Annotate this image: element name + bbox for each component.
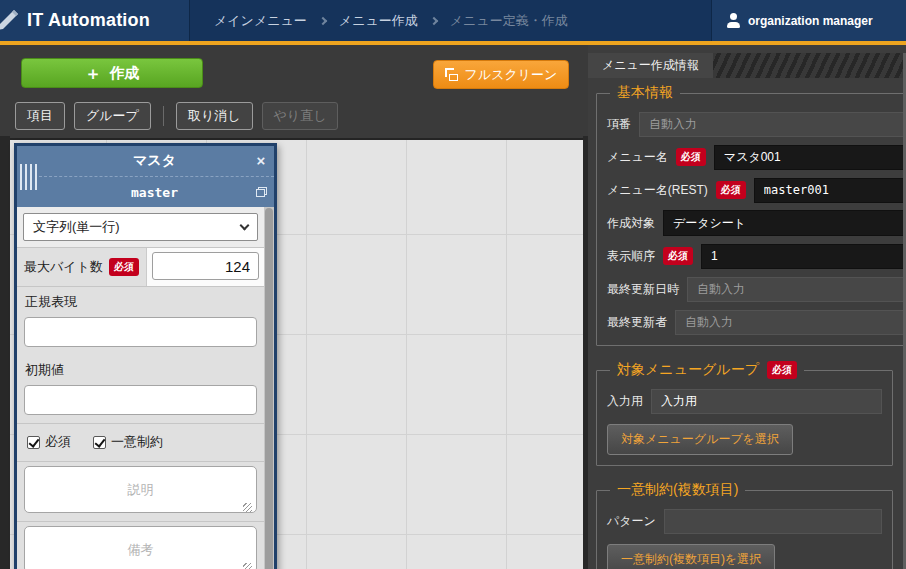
user-area: organization manager [828, 0, 906, 41]
app-window: IT Automation メインメニュー メニュー作成 メニュー定義・作成 o… [0, 0, 906, 569]
breadcrumb-main-menu[interactable]: メインメニュー [214, 12, 307, 30]
item-no-input [639, 112, 906, 137]
dialog-subtitle: master [39, 185, 248, 200]
popout-button[interactable] [248, 187, 274, 197]
header: IT Automation メインメニュー メニュー作成 メニュー定義・作成 o… [0, 0, 906, 45]
menu-name-rest-input[interactable] [754, 178, 906, 203]
default-value-input[interactable] [24, 385, 257, 415]
max-bytes-input[interactable] [152, 252, 259, 280]
logo[interactable]: IT Automation [0, 0, 190, 41]
create-button[interactable]: ＋ 作成 [21, 58, 203, 88]
unique-checkbox-label: 一意制約 [111, 433, 163, 451]
panel-tabbar: メニュー作成情報 [588, 53, 906, 78]
item-no-label: 項番 [607, 116, 631, 133]
last-updated-input [687, 277, 906, 302]
popout-icon [256, 187, 267, 197]
display-order-label: 表示順序 [607, 248, 655, 265]
canvas-left-gutter [0, 136, 10, 569]
panel-content: 基本情報 項番 メニュー名 必須 メニュー名(REST) 必須 作成対 [588, 78, 901, 569]
checkbox-checked-icon [93, 436, 106, 449]
unique-constraint-section: 一意制約(複数項目) パターン 一意制約(複数項目)を選択 [596, 481, 893, 569]
pencil-logo-icon [0, 7, 21, 35]
fullscreen-icon [445, 68, 458, 81]
input-use-label: 入力用 [607, 393, 643, 410]
note-textarea[interactable] [24, 526, 257, 569]
drag-handle[interactable] [17, 146, 39, 207]
breadcrumb-menu-create[interactable]: メニュー作成 [339, 12, 418, 30]
breadcrumb-separator-icon [319, 16, 327, 24]
create-target-label: 作成対象 [607, 215, 655, 232]
regex-label: 正規表現 [17, 287, 264, 315]
display-order-input[interactable] [701, 244, 906, 269]
basic-info-section: 基本情報 項番 メニュー名 必須 メニュー名(REST) 必須 作成対 [596, 84, 906, 346]
fullscreen-button-label: フルスクリーン [465, 66, 558, 84]
select-target-menu-group-button[interactable]: 対象メニューグループを選択 [607, 424, 793, 455]
tab-menu-create-info[interactable]: メニュー作成情報 [588, 53, 713, 78]
last-updater-label: 最終更新者 [607, 314, 667, 331]
workspace: ＋ 作成 フルスクリーン 項目 グループ 取り消し やり直し [0, 45, 588, 569]
breadcrumb-separator-icon [430, 16, 438, 24]
create-button-label: 作成 [110, 64, 140, 83]
group-button[interactable]: グループ [74, 102, 151, 130]
breadcrumb-current-page: メニュー定義・作成 [450, 12, 568, 30]
menu-name-label: メニュー名 [607, 149, 668, 166]
user-name: organization manager [748, 14, 873, 28]
checkbox-checked-icon [27, 436, 40, 449]
create-target-select[interactable]: データシート [663, 210, 906, 236]
description-textarea[interactable] [24, 466, 257, 513]
required-checkbox-label: 必須 [45, 433, 71, 451]
dialog-header: マスタ × master [17, 146, 274, 207]
default-value-label: 初期値 [17, 355, 264, 383]
basic-info-legend: 基本情報 [617, 84, 673, 102]
fullscreen-button[interactable]: フルスクリーン [433, 60, 569, 89]
unique-constraint-legend: 一意制約(複数項目) [617, 481, 738, 499]
select-unique-constraint-button[interactable]: 一意制約(複数項目)を選択 [607, 544, 775, 569]
resize-grip-icon[interactable] [243, 563, 252, 569]
dialog-body: 文字列(単一行) 最大バイト数 必須 正規表現 [17, 207, 274, 569]
toolbar-divider [163, 106, 164, 126]
last-updater-input [675, 310, 906, 335]
grip-bars-icon [20, 164, 37, 190]
last-updated-label: 最終更新日時 [607, 281, 679, 298]
user-menu[interactable]: organization manager [711, 0, 883, 41]
required-checkbox[interactable]: 必須 [27, 433, 71, 451]
menu-name-rest-label: メニュー名(REST) [607, 182, 708, 199]
max-bytes-label: 最大バイト数 [24, 258, 103, 276]
pattern-label: パターン [607, 513, 656, 530]
create-target-value: データシート [673, 215, 746, 232]
edit-toolbar: 項目 グループ 取り消し やり直し [15, 102, 338, 130]
resize-grip-icon[interactable] [243, 503, 252, 512]
dialog-scrollbar-thumb[interactable] [265, 208, 273, 569]
item-button[interactable]: 項目 [15, 102, 65, 130]
close-icon[interactable]: × [248, 146, 274, 176]
column-type-select[interactable]: 文字列(単一行) [23, 213, 258, 241]
menu-name-input[interactable] [714, 145, 906, 170]
required-badge: 必須 [663, 247, 693, 265]
item-settings-dialog: マスタ × master 文字列 [14, 143, 277, 569]
target-menu-group-section: 対象メニューグループ 必須 入力用 対象メニューグループを選択 [596, 361, 893, 466]
redo-button: やり直し [262, 102, 339, 130]
required-badge: 必須 [767, 361, 797, 379]
menu-info-panel: メニュー作成情報 基本情報 項番 メニュー名 必須 メニュー名(REST) [588, 45, 906, 569]
pattern-input[interactable] [664, 509, 882, 534]
column-type-value: 文字列(単一行) [33, 218, 120, 236]
required-badge: 必須 [109, 258, 139, 276]
chevron-down-icon [240, 220, 250, 230]
unique-constraint-checkbox[interactable]: 一意制約 [93, 433, 163, 451]
required-badge: 必須 [716, 181, 746, 199]
dialog-scrollbar[interactable] [264, 207, 274, 569]
target-menu-group-legend: 対象メニューグループ [617, 361, 759, 379]
logo-text: IT Automation [27, 10, 150, 31]
input-use-field[interactable] [651, 389, 882, 414]
undo-button[interactable]: 取り消し [176, 102, 253, 130]
plus-icon: ＋ [85, 65, 102, 82]
dialog-title: マスタ [39, 152, 248, 170]
required-badge: 必須 [676, 148, 706, 166]
user-icon [726, 13, 741, 28]
regex-input[interactable] [24, 317, 257, 347]
